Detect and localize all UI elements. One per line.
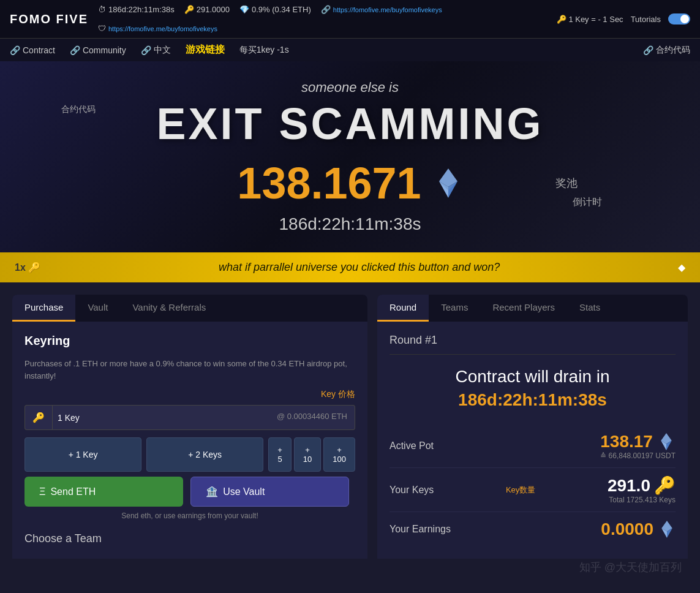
send-eth-label: Send ETH bbox=[50, 486, 96, 497]
community-link-icon: 🔗 bbox=[70, 45, 80, 55]
right-panel-body: Round #1 Contract will drain in 186d:22h… bbox=[377, 322, 688, 559]
left-panel-tabs: Purchase Vault Vanity & Referrals bbox=[12, 295, 367, 322]
countdown-label: 倒计时 bbox=[573, 196, 602, 209]
tab-recent-players[interactable]: Recent Players bbox=[480, 295, 567, 322]
hero-subtitle: someone else is bbox=[12, 80, 688, 96]
contract-code-left: 合约代码 bbox=[61, 104, 96, 115]
active-pot-row: Active Pot 138.17 ≙ 66,848.00197 USDT bbox=[390, 425, 676, 468]
left-panel: Purchase Vault Vanity & Referrals Keyrin… bbox=[12, 295, 367, 559]
add-1-key-button[interactable]: + 1 Key bbox=[24, 437, 141, 472]
header-info: ⏱ 186d:22h:11m:38s 🔑 291.0000 💎 0.9% (0.… bbox=[98, 5, 547, 33]
contract-link-icon: 🔗 bbox=[10, 45, 20, 55]
tab-stats[interactable]: Stats bbox=[567, 295, 612, 322]
your-keys-value: 291.0 🔑 bbox=[608, 475, 676, 496]
add-2-keys-button[interactable]: + 2 Keys bbox=[146, 437, 263, 472]
diamond-icon: 💎 bbox=[239, 5, 249, 14]
header: FOMO FIVE ⏱ 186d:22h:11m:38s 🔑 291.0000 … bbox=[0, 0, 700, 39]
pot-label: 奖池 bbox=[555, 176, 578, 191]
earnings-eth-icon bbox=[658, 521, 676, 538]
choose-team-label: Choose a Team bbox=[24, 532, 355, 545]
use-vault-button[interactable]: 🏦 Use Vault bbox=[190, 477, 349, 507]
your-earnings-number: 0.0000 bbox=[601, 519, 653, 539]
key-input-prefix: 🔑 bbox=[24, 405, 52, 430]
sub-link-contract[interactable]: 🔗 Contract bbox=[10, 45, 55, 55]
link1-value: https://fomofive.me/buyfomofivekeys bbox=[333, 6, 442, 13]
timer-stat: ⏱ 186d:22h:11m:38s bbox=[98, 5, 175, 14]
watermark: 知乎 @大天使加百列 bbox=[579, 560, 682, 575]
add-100-keys-button[interactable]: +100 bbox=[323, 437, 355, 472]
tab-vanity-referrals[interactable]: Vanity & Referrals bbox=[120, 295, 218, 322]
contract-link-label: Contract bbox=[23, 45, 55, 55]
add-5-keys-button[interactable]: +5 bbox=[268, 437, 292, 472]
hero-amount: 138.1671 bbox=[237, 158, 421, 208]
active-pot-usdt: ≙ 66,848.00197 USDT bbox=[600, 451, 676, 460]
link2-stat[interactable]: 🛡 https://fomofive.me/buyfomofivekeys bbox=[98, 24, 217, 33]
game-link: 游戏链接 bbox=[186, 43, 225, 56]
add-10-keys-button[interactable]: +10 bbox=[294, 437, 321, 472]
round-label: Round #1 bbox=[390, 334, 676, 355]
vault-btn-icon: 🏦 bbox=[206, 486, 218, 497]
your-earnings-value: 0.0000 bbox=[601, 519, 676, 539]
key-input-row: 🔑 @ 0.00034460 ETH bbox=[24, 405, 355, 430]
tab-purchase[interactable]: Purchase bbox=[12, 295, 75, 322]
key-add-row: + 1 Key + 2 Keys +5 +10 +100 bbox=[24, 437, 355, 472]
chinese-link-label: 中文 bbox=[154, 45, 171, 56]
sub-header: 🔗 Contract 🔗 Community 🔗 中文 游戏链接 每买1key … bbox=[0, 39, 700, 61]
key-info-text: 1 Key = - 1 Sec bbox=[568, 15, 623, 24]
left-panel-body: Keyring Purchases of .1 ETH or more have… bbox=[12, 322, 367, 557]
cta-end-icon: ◆ bbox=[678, 262, 685, 273]
cta-banner[interactable]: 1x 🔑 what if parrallel universe you clic… bbox=[0, 252, 700, 282]
timer-value: 186d:22h:11m:38s bbox=[108, 5, 175, 14]
link-icon-1: 🔗 bbox=[321, 5, 331, 14]
keys-value: 291.0000 bbox=[197, 5, 230, 14]
key-icon-2: 🔑 bbox=[557, 15, 566, 24]
send-hint: Send eth, or use earnings from your vaul… bbox=[24, 512, 355, 520]
pot-side-label: 奖池 bbox=[555, 176, 578, 191]
tab-vault[interactable]: Vault bbox=[75, 295, 120, 322]
hero-title: EXIT SCAMMING bbox=[12, 102, 688, 146]
clock-icon: ⏱ bbox=[98, 5, 106, 14]
eth-diamond-icon bbox=[434, 168, 463, 198]
tab-teams[interactable]: Teams bbox=[429, 295, 480, 322]
link1-stat[interactable]: 🔗 https://fomofive.me/buyfomofivekeys bbox=[321, 5, 442, 14]
tutorial-toggle[interactable] bbox=[668, 13, 690, 25]
active-pot-eth-icon bbox=[658, 433, 675, 450]
contract-code-link[interactable]: 🔗 合约代码 bbox=[643, 45, 690, 56]
info-text: Purchases of .1 ETH or more have a 0.9% … bbox=[24, 358, 355, 382]
tab-round[interactable]: Round bbox=[377, 295, 429, 322]
key-prefix-icon: 🔑 bbox=[32, 412, 45, 423]
main-content: Purchase Vault Vanity & Referrals Keyrin… bbox=[0, 282, 700, 559]
action-row: Ξ Send ETH 🏦 Use Vault bbox=[24, 477, 355, 507]
eth-btn-icon: Ξ bbox=[39, 486, 45, 497]
key-quantity-input[interactable] bbox=[52, 405, 269, 430]
your-keys-total: Total 1725.413 Keys bbox=[608, 496, 676, 504]
contract-drain: Contract will drain in 186d:22h:11m:38s bbox=[390, 367, 676, 410]
send-eth-button[interactable]: Ξ Send ETH bbox=[24, 477, 183, 507]
active-pot-value-group: 138.17 ≙ 66,848.00197 USDT bbox=[600, 432, 676, 460]
active-pot-label: Active Pot bbox=[390, 440, 434, 451]
your-keys-sublabel: Key数量 bbox=[506, 485, 535, 496]
tutorial-label: Tutorials bbox=[631, 15, 661, 24]
sub-link-community[interactable]: 🔗 Community bbox=[70, 45, 126, 55]
section-title-keyring: Keyring bbox=[24, 334, 355, 348]
active-pot-number: 138.17 bbox=[600, 432, 653, 451]
hero: 合约代码 someone else is EXIT SCAMMING 138.1… bbox=[0, 61, 700, 252]
shield-icon: 🛡 bbox=[98, 24, 106, 33]
keys-stat: 🔑 291.0000 bbox=[184, 5, 230, 14]
your-keys-number: 291.0 bbox=[608, 476, 650, 496]
right-panel-tabs: Round Teams Recent Players Stats bbox=[377, 295, 688, 322]
cta-key-label: 1x 🔑 bbox=[15, 262, 40, 273]
logo: FOMO FIVE bbox=[10, 12, 88, 26]
code-link-label: 合约代码 bbox=[656, 45, 690, 56]
your-keys-row: Your Keys Key数量 291.0 🔑 Total 1725.413 K… bbox=[390, 468, 676, 512]
code-link-icon: 🔗 bbox=[643, 45, 653, 55]
sub-link-chinese[interactable]: 🔗 中文 bbox=[141, 45, 171, 56]
your-keys-value-group: 291.0 🔑 Total 1725.413 Keys bbox=[608, 475, 676, 504]
use-vault-label: Use Vault bbox=[223, 486, 265, 497]
link2-value: https://fomofive.me/buyfomofivekeys bbox=[108, 25, 217, 32]
key-add-group: +5 +10 +100 bbox=[268, 437, 355, 472]
pot-value: 0.9% (0.34 ETH) bbox=[252, 5, 311, 14]
key-icon: 🔑 bbox=[184, 5, 194, 14]
hero-timer: 186d:22h:11m:38s bbox=[12, 214, 688, 234]
community-link-label: Community bbox=[83, 45, 126, 55]
